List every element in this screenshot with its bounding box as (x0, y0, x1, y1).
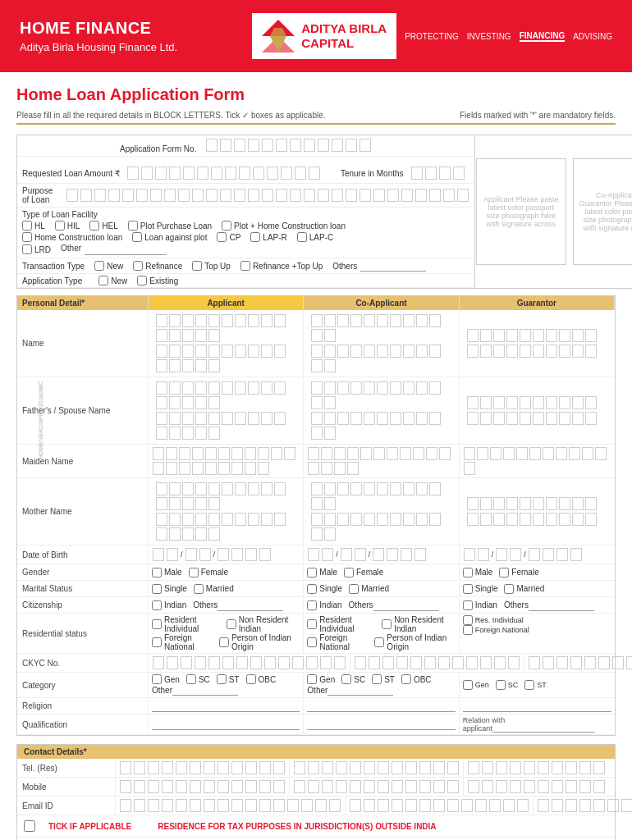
box[interactable] (262, 139, 273, 152)
app-existing[interactable]: Existing (137, 276, 178, 285)
religion-input-g[interactable] (463, 701, 611, 712)
box[interactable] (164, 189, 176, 202)
box[interactable] (195, 314, 207, 327)
box[interactable] (464, 462, 475, 475)
box[interactable] (169, 329, 181, 342)
box[interactable] (148, 799, 159, 812)
box[interactable] (120, 799, 131, 812)
box[interactable] (506, 497, 518, 510)
box[interactable] (311, 482, 323, 495)
box[interactable] (245, 780, 257, 793)
box[interactable] (192, 462, 204, 475)
box[interactable] (134, 799, 145, 812)
box[interactable] (401, 548, 412, 561)
box[interactable] (199, 548, 211, 561)
box[interactable] (546, 412, 557, 425)
gender-female-co[interactable]: Female (344, 568, 383, 578)
box[interactable] (336, 780, 347, 793)
box[interactable] (468, 780, 479, 793)
box[interactable] (559, 513, 570, 526)
box[interactable] (506, 345, 518, 358)
box[interactable] (405, 799, 417, 812)
box[interactable] (424, 656, 436, 669)
box[interactable] (295, 167, 306, 180)
box[interactable] (593, 780, 605, 793)
box[interactable] (364, 780, 375, 793)
box[interactable] (579, 799, 591, 812)
box[interactable] (261, 513, 272, 526)
box[interactable] (169, 381, 181, 395)
marital-married-co[interactable]: Married (349, 584, 389, 594)
box[interactable] (324, 381, 336, 395)
box[interactable] (162, 780, 173, 793)
box[interactable] (467, 345, 479, 358)
box[interactable] (452, 656, 464, 669)
box[interactable] (390, 513, 401, 526)
box[interactable] (235, 314, 246, 327)
box[interactable] (261, 381, 272, 395)
box[interactable] (477, 447, 488, 460)
box[interactable] (350, 513, 362, 526)
box[interactable] (543, 548, 554, 561)
box[interactable] (318, 189, 329, 202)
box[interactable] (377, 513, 388, 526)
hil-checkbox[interactable] (55, 221, 65, 231)
box[interactable] (546, 497, 557, 510)
box[interactable] (222, 513, 233, 526)
box[interactable] (306, 656, 318, 669)
box[interactable] (218, 780, 229, 793)
box[interactable] (169, 513, 181, 526)
box[interactable] (524, 761, 535, 774)
box[interactable] (248, 412, 259, 425)
box[interactable] (493, 396, 505, 409)
box[interactable] (493, 329, 505, 342)
box[interactable] (529, 656, 540, 669)
box[interactable] (261, 412, 272, 425)
box[interactable] (179, 462, 190, 475)
box[interactable] (273, 780, 285, 793)
citizenship-others-input-g[interactable] (529, 600, 594, 611)
single-cb-applicant[interactable] (152, 584, 162, 594)
box[interactable] (322, 780, 333, 793)
box[interactable] (467, 396, 479, 409)
single-cb-g[interactable] (463, 584, 473, 594)
box[interactable] (156, 412, 167, 425)
box[interactable] (566, 799, 577, 812)
box[interactable] (520, 329, 531, 342)
box[interactable] (308, 447, 319, 460)
box[interactable] (162, 799, 173, 812)
box[interactable] (324, 329, 336, 342)
married-cb-applicant[interactable] (194, 584, 204, 594)
loan-type-lapr[interactable]: LAP-R (250, 232, 286, 242)
box[interactable] (468, 761, 479, 774)
box[interactable] (235, 412, 246, 425)
box[interactable] (156, 513, 167, 526)
box[interactable] (346, 139, 357, 152)
box[interactable] (245, 462, 256, 475)
box[interactable] (355, 656, 366, 669)
box[interactable] (387, 447, 398, 460)
box[interactable] (318, 139, 329, 152)
box[interactable] (396, 656, 408, 669)
box[interactable] (153, 548, 164, 561)
marital-single-g[interactable]: Single (463, 584, 498, 594)
indian-cb-g[interactable] (463, 600, 473, 610)
res-foreign-co[interactable]: Foreign National (307, 633, 363, 651)
box[interactable] (429, 345, 441, 358)
box[interactable] (231, 799, 243, 812)
box[interactable] (245, 447, 256, 460)
box[interactable] (334, 656, 346, 669)
cat-st-g[interactable]: ST (524, 680, 547, 690)
plot-construction-checkbox[interactable] (222, 221, 231, 231)
male-cb-co[interactable] (307, 568, 317, 578)
box[interactable] (281, 167, 292, 180)
box[interactable] (248, 482, 259, 495)
box[interactable] (183, 167, 195, 180)
box[interactable] (231, 447, 243, 460)
box[interactable] (178, 189, 190, 202)
box[interactable] (364, 761, 375, 774)
box[interactable] (546, 396, 557, 409)
nav-advising[interactable]: ADVISING (573, 32, 612, 41)
box[interactable] (390, 345, 401, 358)
box[interactable] (274, 513, 286, 526)
